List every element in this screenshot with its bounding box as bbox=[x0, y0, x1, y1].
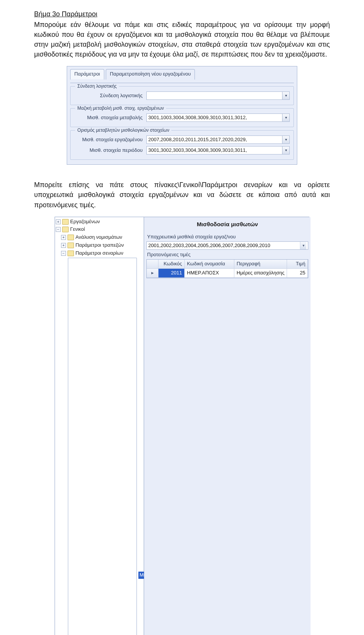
input-mandatory-items[interactable]: 2001,2002,2003,2004,2005,2006,2007,2008,… bbox=[146, 241, 308, 250]
nav-tree: + Εργαζομένων − Γενικοί + Ανάλυση νομισμ… bbox=[55, 217, 144, 635]
label-period-items: Μισθ. στοιχεία περιόδου bbox=[74, 147, 143, 154]
input-accounting-link-value bbox=[146, 91, 282, 100]
tree-node-bank[interactable]: + Παράμετροι τραπεζών bbox=[56, 241, 143, 249]
tree-node-salaried[interactable]: Μισθοδοσία μισθωτών bbox=[56, 257, 143, 635]
chevron-down-icon[interactable]: ▾ bbox=[282, 91, 290, 100]
scenario-params-paragraph: Μπορείτε επίσης να πάτε στους πίνακες\Γε… bbox=[34, 180, 330, 210]
folder-icon bbox=[62, 219, 69, 225]
folder-icon bbox=[62, 227, 69, 232]
expand-icon[interactable]: + bbox=[56, 219, 61, 224]
group-accounting-link: Σύνδεση λογιστικής Σύνδεση λογιστικής ▾ bbox=[70, 86, 294, 105]
label-employee-items: Μισθ. στοιχεία εργαζομένου bbox=[74, 136, 143, 143]
tabs: Παράμετροι Παραμετροποίηση νέου εργαζομέ… bbox=[70, 69, 294, 79]
folder-icon bbox=[67, 235, 74, 240]
grid-header: Κωδικός Κωδική ονομασία Περιγραφή Τιμή bbox=[147, 260, 308, 269]
collapse-icon[interactable]: − bbox=[61, 251, 66, 256]
input-employee-items-value: 2007,2008,2010,2011,2015,2017,2020,2029, bbox=[146, 136, 282, 144]
tree-label: Παράμετροι τραπεζών bbox=[75, 242, 124, 249]
chevron-down-icon[interactable]: ▾ bbox=[282, 146, 290, 154]
tree-node-scenario-params[interactable]: − Παράμετροι σεναρίων bbox=[56, 249, 143, 257]
label-mandatory-items: Υποχρεωτικά μισθ/κά στοιχεία εργαζ/νου bbox=[147, 233, 308, 241]
step3-heading: Βήμα 3ο Παράμετροι bbox=[34, 9, 330, 19]
folder-icon bbox=[67, 243, 74, 248]
group-accounting-link-legend: Σύνδεση λογιστικής bbox=[75, 83, 119, 90]
input-period-items-value: 3001,3002,3003,3004,3008,3009,3010,3011, bbox=[146, 146, 282, 154]
group-variable-definition-legend: Ορισμός μεταβλητών μισθολογικών στοιχείω… bbox=[75, 127, 171, 134]
tree-label: Ανάλυση νομισμάτων bbox=[75, 234, 122, 241]
cell-codename[interactable]: ΗΜΕΡ.ΑΠΟΣΧ bbox=[185, 269, 234, 278]
row-selector-icon[interactable]: ▸ bbox=[147, 269, 158, 278]
tab-new-employee-config[interactable]: Παραμετροποίηση νέου εργαζομένου bbox=[106, 69, 195, 80]
label-accounting-link: Σύνδεση λογιστικής bbox=[74, 92, 143, 99]
collapse-icon[interactable]: − bbox=[56, 227, 61, 232]
col-codename[interactable]: Κωδική ονομασία bbox=[185, 260, 234, 269]
input-period-items[interactable]: 3001,3002,3003,3004,3008,3009,3010,3011,… bbox=[146, 146, 290, 154]
scenario-params-window: + Εργαζομένων − Γενικοί + Ανάλυση νομισμ… bbox=[55, 217, 309, 635]
folder-icon bbox=[67, 251, 74, 256]
input-change-items[interactable]: 3001,1003,3004,3008,3009,3010,3011,3012,… bbox=[146, 113, 290, 122]
tab-parameters[interactable]: Παράμετροι bbox=[70, 69, 104, 80]
label-suggested-values: Προτεινόμενες τιμές bbox=[147, 251, 308, 258]
row-selector-header bbox=[147, 260, 158, 269]
parameters-window: Παράμετροι Παραμετροποίηση νέου εργαζομέ… bbox=[67, 66, 297, 165]
step3-paragraph: Μπορούμε εάν θέλουμε να πάμε και στις ει… bbox=[34, 20, 330, 59]
tree-label: Παράμετροι σεναρίων bbox=[75, 250, 123, 257]
tree-node-currency[interactable]: + Ανάλυση νομισμάτων bbox=[56, 233, 143, 241]
grid-row[interactable]: ▸ 2011 ΗΜΕΡ.ΑΠΟΣΧ Ημέρες απασχόλησης 25 bbox=[147, 269, 308, 278]
tree-node-employees[interactable]: + Εργαζομένων bbox=[56, 218, 143, 226]
label-change-items: Μισθ. στοιχεία μεταβολής bbox=[74, 114, 143, 121]
group-variable-definition: Ορισμός μεταβλητών μισθολογικών στοιχείω… bbox=[70, 130, 294, 160]
panel-title: Μισθοδοσία μισθωτών bbox=[146, 219, 308, 232]
group-mass-change-legend: Μαζική μεταβολή μισθ. στοιχ. εργαζομένων bbox=[75, 105, 166, 112]
tree-label: Εργαζομένων bbox=[70, 218, 100, 225]
col-code[interactable]: Κωδικός bbox=[158, 260, 185, 269]
tree-node-general[interactable]: − Γενικοί bbox=[56, 225, 143, 233]
cell-desc[interactable]: Ημέρες απασχόλησης bbox=[234, 269, 287, 278]
cell-code[interactable]: 2011 bbox=[158, 269, 185, 278]
scenario-panel: Μισθοδοσία μισθωτών Υποχρεωτικά μισθ/κά … bbox=[144, 217, 311, 635]
group-mass-change: Μαζική μεταβολή μισθ. στοιχ. εργαζομένων… bbox=[70, 108, 294, 127]
input-accounting-link[interactable]: ▾ bbox=[146, 91, 290, 100]
chevron-down-icon[interactable]: ▾ bbox=[300, 242, 306, 249]
chevron-down-icon[interactable]: ▾ bbox=[282, 136, 290, 144]
col-desc[interactable]: Περιγραφή bbox=[234, 260, 287, 269]
input-employee-items[interactable]: 2007,2008,2010,2011,2015,2017,2020,2029,… bbox=[146, 136, 290, 144]
page-icon bbox=[68, 258, 137, 635]
tree-label: Γενικοί bbox=[70, 226, 85, 233]
cell-value[interactable]: 25 bbox=[287, 269, 308, 278]
expand-icon[interactable]: + bbox=[61, 243, 66, 248]
expand-icon[interactable]: + bbox=[61, 235, 66, 240]
input-change-items-value: 3001,1003,3004,3008,3009,3010,3011,3012, bbox=[146, 113, 282, 122]
col-value[interactable]: Τιμή bbox=[287, 260, 308, 269]
input-mandatory-items-value: 2001,2002,2003,2004,2005,2006,2007,2008,… bbox=[148, 242, 300, 249]
chevron-down-icon[interactable]: ▾ bbox=[282, 113, 290, 122]
suggested-values-grid: Κωδικός Κωδική ονομασία Περιγραφή Τιμή ▸… bbox=[146, 259, 308, 278]
